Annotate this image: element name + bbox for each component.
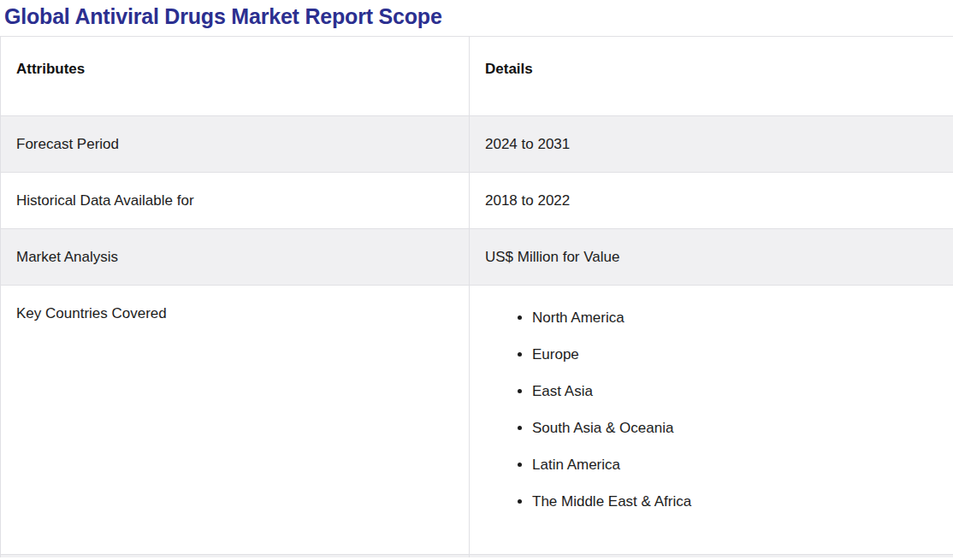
region-list-item: East Asia (532, 381, 938, 402)
detail-cell: North America Europe East Asia South Asi… (470, 286, 953, 555)
detail-cell: 2024 to 2031 (470, 116, 953, 173)
region-list-item: South Asia & Oceania (532, 418, 938, 439)
detail-cell: US$ Million for Value (470, 229, 953, 286)
table-row-forecast-period: Forecast Period 2024 to 2031 (1, 116, 953, 173)
column-header-details: Details (470, 37, 953, 116)
table-header-row: Attributes Details (1, 37, 953, 116)
attribute-cell: Key Countries Covered (1, 286, 470, 555)
attribute-cell: Market Analysis (1, 229, 470, 286)
report-scope-table: Attributes Details Forecast Period 2024 … (0, 36, 953, 557)
region-list-item: North America (532, 308, 938, 328)
table-row-key-countries: Key Countries Covered North America Euro… (1, 286, 953, 555)
cropped-next-row (1, 555, 953, 557)
attribute-cell: Forecast Period (1, 116, 470, 173)
region-list-item: Latin America (532, 455, 938, 475)
region-list-item: The Middle East & Africa (532, 492, 938, 512)
attribute-cell: Historical Data Available for (1, 173, 470, 229)
page-title: Global Antiviral Drugs Market Report Sco… (0, 0, 953, 36)
report-scope-page: Global Antiviral Drugs Market Report Sco… (0, 0, 953, 560)
detail-cell: 2018 to 2022 (470, 173, 953, 229)
region-list-item: Europe (532, 345, 938, 365)
column-header-attributes: Attributes (1, 37, 470, 116)
cropped-cell (470, 555, 953, 557)
table-row-market-analysis: Market Analysis US$ Million for Value (1, 229, 953, 286)
regions-list: North America Europe East Asia South Asi… (485, 308, 938, 512)
cropped-cell (1, 555, 470, 557)
table-row-historical-data: Historical Data Available for 2018 to 20… (1, 173, 953, 229)
